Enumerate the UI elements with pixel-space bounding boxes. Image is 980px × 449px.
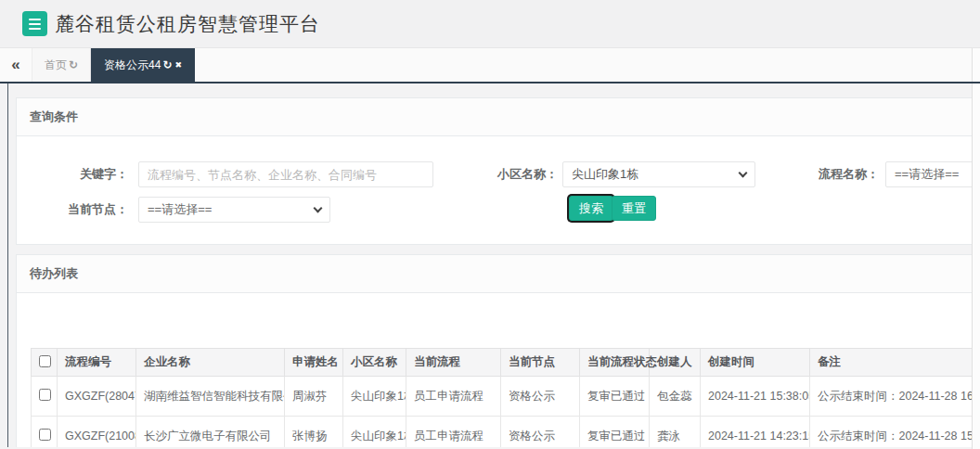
table-cell: 张博扬	[285, 417, 343, 448]
community-select[interactable]: 尖山印象1栋	[562, 161, 755, 187]
todo-table-wrap: 流程编号企业名称申请姓名小区名称当前流程当前节点当前流程状态创建人创建时间备注 …	[17, 293, 980, 447]
table-cell: 员工申请流程	[406, 417, 501, 448]
table-cell: 资格公示	[501, 377, 580, 417]
node-select[interactable]: ==请选择==	[138, 197, 330, 223]
chevron-down-icon	[739, 168, 748, 177]
table-cell: 包金蕊	[650, 377, 701, 417]
column-header: 当前节点	[501, 349, 580, 377]
table-cell: 龚泳	[650, 417, 701, 448]
node-label: 当前节点：	[17, 197, 128, 223]
tabbar-divider	[0, 82, 980, 83]
column-header: 小区名称	[343, 349, 406, 377]
todo-table: 流程编号企业名称申请姓名小区名称当前流程当前节点当前流程状态创建人创建时间备注 …	[31, 348, 980, 447]
row-checkbox[interactable]	[39, 429, 51, 441]
query-panel: 查询条件 关键字： 小区名称： 尖山印象1栋 流程名称： ==请选择== 当前节…	[16, 97, 980, 245]
process-select[interactable]: ==请选择==	[885, 161, 980, 187]
app-title: 麓谷租赁公租房智慧管理平台	[55, 11, 320, 37]
column-header: 备注	[810, 349, 980, 377]
keyword-input[interactable]	[138, 161, 433, 187]
table-cell: 湖南维益智信智能科技有限公司	[136, 377, 285, 417]
row-checkbox[interactable]	[39, 389, 51, 401]
todo-panel: 待办列表 流程编号企业名称申请姓名小区名称当前流程当前节点当前流程状态创建人创建…	[16, 254, 980, 447]
table-cell: 2024-11-21 14:23:15	[701, 417, 810, 448]
todo-panel-title: 待办列表	[17, 255, 980, 293]
table-cell: 公示结束时间：2024-11-28 16:39:37	[810, 377, 980, 417]
table-header-row: 流程编号企业名称申请姓名小区名称当前流程当前节点当前流程状态创建人创建时间备注	[32, 349, 980, 377]
query-panel-title: 查询条件	[17, 98, 980, 136]
column-header: 创建时间	[701, 349, 810, 377]
column-header: 企业名称	[136, 349, 285, 377]
table-cell: 员工申请流程	[406, 377, 501, 417]
community-label: 小区名称：	[462, 161, 558, 187]
menu-button[interactable]	[22, 11, 47, 36]
column-header: 流程编号	[58, 349, 136, 377]
table-cell: 资格公示	[501, 417, 580, 448]
table-cell: 复审已通过	[580, 377, 650, 417]
table-body: GXGZF(28047)湖南维益智信智能科技有限公司周淑芬尖山印象1栋员工申请流…	[32, 377, 980, 448]
close-icon[interactable]: ✖	[174, 60, 182, 70]
column-header: 当前流程	[406, 349, 501, 377]
select-all-checkbox[interactable]	[39, 355, 51, 367]
tab-home-label: 首页	[45, 58, 67, 73]
chevron-down-icon	[314, 203, 323, 212]
table-cell: GXGZF(28047)	[58, 377, 136, 417]
table-cell: 尖山印象1栋	[343, 417, 406, 448]
reset-button[interactable]: 重置	[612, 196, 656, 221]
tab-qualification-label: 资格公示44	[104, 58, 161, 73]
table-row: GXGZF(28047)湖南维益智信智能科技有限公司周淑芬尖山印象1栋员工申请流…	[32, 377, 980, 417]
table-cell: 复审已通过	[580, 417, 650, 448]
process-label: 流程名称：	[785, 161, 879, 187]
tab-qualification-publicity[interactable]: 资格公示44 ↻ ✖	[91, 48, 195, 82]
collapse-icon: «	[11, 56, 19, 74]
app-header: 麓谷租赁公租房智慧管理平台	[0, 0, 980, 48]
table-cell: 2024-11-21 15:38:05	[701, 377, 810, 417]
tab-home[interactable]: 首页 ↻	[32, 48, 91, 82]
vertical-scrollbar[interactable]	[972, 48, 980, 449]
table-row: GXGZF(21008)长沙广立微电子有限公司张博扬尖山印象1栋员工申请流程资格…	[32, 417, 980, 448]
table-cell: 尖山印象1栋	[343, 377, 406, 417]
table-cell: 周淑芬	[285, 377, 343, 417]
content-area: 查询条件 关键字： 小区名称： 尖山印象1栋 流程名称： ==请选择== 当前节…	[7, 82, 980, 447]
tab-bar: « 首页 ↻ 资格公示44 ↻ ✖	[0, 48, 980, 82]
query-form: 关键字： 小区名称： 尖山印象1栋 流程名称： ==请选择== 当前节点： ==…	[17, 136, 980, 244]
hamburger-icon	[29, 19, 41, 20]
table-cell: 长沙广立微电子有限公司	[136, 417, 285, 448]
refresh-icon[interactable]: ↻	[162, 58, 172, 71]
table-cell: GXGZF(21008)	[58, 417, 136, 448]
table-cell: 公示结束时间：2024-11-28 15:19:16	[810, 417, 980, 448]
search-button[interactable]: 搜索	[569, 196, 613, 221]
column-header: 申请姓名	[285, 349, 343, 377]
keyword-label: 关键字：	[17, 161, 128, 187]
refresh-icon[interactable]: ↻	[69, 58, 78, 71]
column-header: 当前流程状态	[580, 349, 650, 377]
column-header: 创建人	[650, 349, 701, 377]
collapse-tabs-button[interactable]: «	[0, 48, 32, 82]
